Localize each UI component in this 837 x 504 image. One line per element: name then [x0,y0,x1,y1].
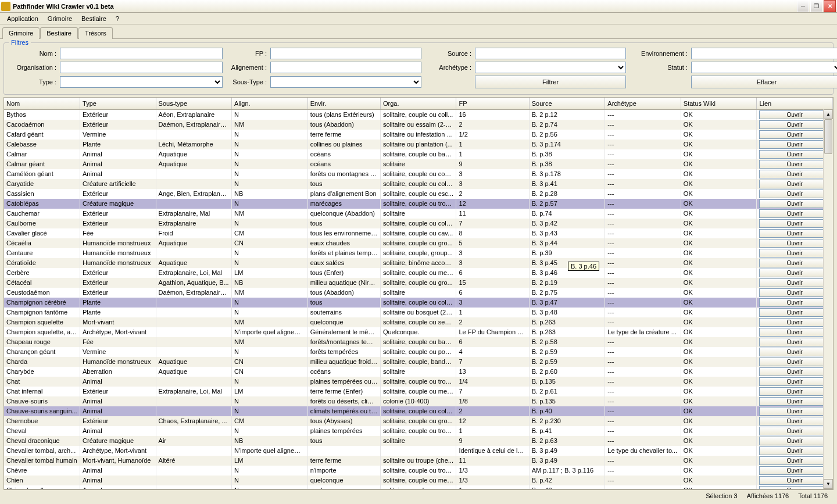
ouvrir-button[interactable]: Ouvrir [759,328,830,337]
table-row[interactable]: ChienAnimalNquelconquesolitaire, couple … [4,476,833,485]
ouvrir-button[interactable]: Ouvrir [759,249,830,258]
menu-grimoire[interactable]: Grimoire [43,14,77,23]
ouvrir-button[interactable]: Ouvrir [759,338,830,346]
column-header[interactable]: FP [456,98,529,109]
column-header[interactable]: Envir. [307,98,380,109]
input-align[interactable] [270,62,421,73]
select-statut[interactable] [691,62,837,73]
select-type[interactable] [60,76,223,88]
select-arch[interactable] [475,62,626,73]
tab-tresors[interactable]: Trésors [78,27,113,39]
table-row[interactable]: CatoblépasCréature magiqueNmarécagessoli… [4,199,833,209]
table-row[interactable]: CaulborneExtérieurExtraplanaireNtoussoli… [4,219,833,228]
scroll-down-icon[interactable]: ▼ [824,479,833,489]
table-row[interactable]: Cavalier glacéFéeFroidCMtous les environ… [4,228,833,238]
ouvrir-button[interactable]: Ouvrir [759,476,830,485]
input-fp[interactable] [270,48,421,59]
ouvrir-button[interactable]: Ouvrir [759,150,830,159]
input-env[interactable] [691,48,837,59]
table-row[interactable]: CétacéalExtérieurAgathion, Aquatique, B.… [4,278,833,288]
table-row[interactable]: Chevalier tombal, arch...Archétype, Mort… [4,446,833,456]
ouvrir-button[interactable]: Ouvrir [759,239,830,248]
table-row[interactable]: Chevalier tombal humainMort-vivant, Huma… [4,456,833,466]
ouvrir-button[interactable]: Ouvrir [759,348,830,356]
minimize-button[interactable]: ─ [797,0,809,12]
ouvrir-button[interactable]: Ouvrir [759,358,830,366]
menu-application[interactable]: Application [2,14,43,23]
ouvrir-button[interactable]: Ouvrir [759,219,830,228]
ouvrir-button[interactable]: Ouvrir [759,199,830,208]
column-header[interactable]: Status Wiki [681,98,757,109]
ouvrir-button[interactable]: Ouvrir [759,229,830,238]
ouvrir-button[interactable]: Ouvrir [759,190,830,198]
column-header[interactable]: Nom [4,98,80,109]
table-row[interactable]: Chat infernalExtérieurExtraplanaire, Loi… [4,387,833,396]
close-button[interactable]: ✕ [824,0,836,12]
filtrer-button[interactable]: Filtrer [475,76,626,88]
table-row[interactable]: Chauve-souris sanguin...AnimalNclimats t… [4,406,833,416]
table-row[interactable]: ChevalAnimalNplaines tempéréessolitaire,… [4,426,833,436]
scroll-up-icon[interactable]: ▲ [824,109,833,119]
ouvrir-button[interactable]: Ouvrir [759,209,830,218]
table-row[interactable]: Cheval draconiqueCréature magiqueAirNBto… [4,436,833,446]
ouvrir-button[interactable]: Ouvrir [759,367,830,376]
scroll-thumb[interactable] [824,119,832,154]
menu-help[interactable]: ? [111,14,124,23]
ouvrir-button[interactable]: Ouvrir [759,387,830,396]
ouvrir-button[interactable]: Ouvrir [759,110,830,119]
ouvrir-button[interactable]: Ouvrir [759,180,830,188]
ouvrir-button[interactable]: Ouvrir [759,486,830,490]
ouvrir-button[interactable]: Ouvrir [759,446,830,455]
ouvrir-button[interactable]: Ouvrir [759,437,830,445]
input-org[interactable] [60,62,223,73]
table-row[interactable]: Chien de selleAnimalNquelconquesolitaire… [4,485,833,490]
table-row[interactable]: BythosExtérieurAéon, ExtraplanaireNtous … [4,109,833,120]
select-soustype[interactable] [270,76,421,88]
ouvrir-button[interactable]: Ouvrir [759,308,830,317]
ouvrir-button[interactable]: Ouvrir [759,140,830,149]
ouvrir-button[interactable]: Ouvrir [759,466,830,475]
ouvrir-button[interactable]: Ouvrir [759,417,830,426]
column-header[interactable]: Align. [232,98,308,109]
ouvrir-button[interactable]: Ouvrir [759,288,830,297]
tab-bestiaire[interactable]: Bestiaire [40,27,78,39]
scrollbar-vertical[interactable]: ▲ ▼ [823,109,833,489]
table-row[interactable]: CharybdeAberrationAquatiqueCNocéanssolit… [4,367,833,377]
ouvrir-button[interactable]: Ouvrir [759,298,830,307]
ouvrir-button[interactable]: Ouvrir [759,407,830,416]
table-row[interactable]: Charançon géantVermineNforêts tempéréess… [4,347,833,357]
column-header[interactable]: Source [529,98,605,109]
tab-grimoire[interactable]: Grimoire [2,27,40,39]
maximize-button[interactable]: ❐ [810,0,822,12]
column-header[interactable]: Orga. [380,98,456,109]
table-row[interactable]: CalmarAnimalAquatiqueNocéanssolitaire, c… [4,149,833,159]
ouvrir-button[interactable]: Ouvrir [759,397,830,406]
column-header[interactable]: Archétype [605,98,681,109]
column-header[interactable]: Lien [757,98,833,109]
table-row[interactable]: ChardaHumanoïde monstrueuxAquatiqueCNmil… [4,357,833,367]
table-row[interactable]: CacodaémonExtérieurDaémon, Extraplanaire… [4,120,833,130]
ouvrir-button[interactable]: Ouvrir [759,377,830,386]
input-source[interactable] [475,48,626,59]
ouvrir-button[interactable]: Ouvrir [759,259,830,267]
ouvrir-button[interactable]: Ouvrir [759,269,830,277]
table-row[interactable]: CécaéliaHumanoïde monstrueuxAquatiqueCNe… [4,238,833,248]
table-row[interactable]: CerbèreExtérieurExtraplanaire, Loi, MalL… [4,268,833,278]
table-row[interactable]: ChatAnimalNplaines tempérées ou c...soli… [4,377,833,387]
table-row[interactable]: CalebassePlanteLéchi, MétamorpheNcolline… [4,140,833,149]
column-header[interactable]: Sous-type [156,98,232,109]
input-nom[interactable] [60,48,223,59]
table-row[interactable]: Champignon cérébréPlanteNtoussolitaire, … [4,298,833,308]
table-row[interactable]: Champion squeletteMort-vivantNMquelconqu… [4,317,833,327]
table-row[interactable]: Calmar géantAnimalAquatiqueNocéanssolita… [4,159,833,169]
table-row[interactable]: CauchemarExtérieurExtraplanaire, MalNMqu… [4,209,833,219]
table-row[interactable]: ChernobueExtérieurChaos, Extraplanaire, … [4,416,833,426]
table-row[interactable]: ChèvreAnimalNn'importesolitaire, couple … [4,466,833,476]
table-row[interactable]: CératioïdeHumanoïde monstrueuxAquatiqueN… [4,258,833,268]
table-row[interactable]: Champion squelette, ar...Archétype, Mort… [4,327,833,337]
column-header[interactable]: Type [80,98,156,109]
effacer-button[interactable]: Effacer [691,76,837,88]
menu-bestiaire[interactable]: Bestiaire [77,14,111,23]
ouvrir-button[interactable]: Ouvrir [759,318,830,327]
table-row[interactable]: Caméléon géantAnimalNforêts ou montagnes… [4,169,833,179]
